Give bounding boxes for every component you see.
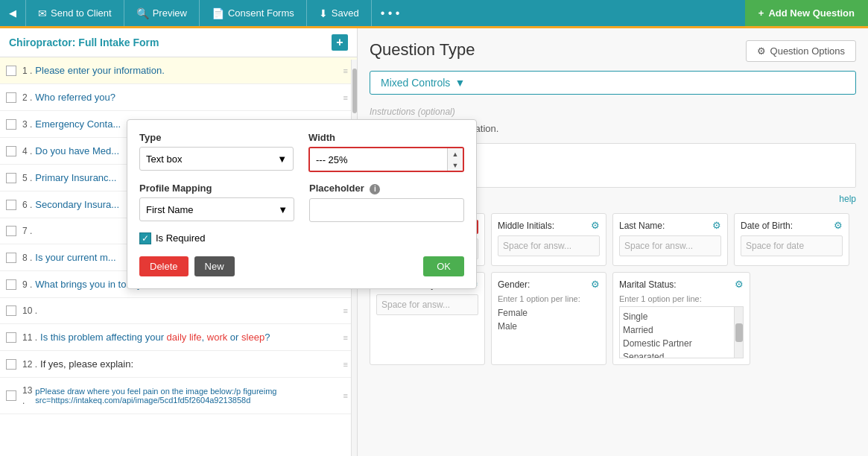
popup-width-label: Width [308, 132, 464, 143]
question-item-2[interactable]: 2 . Who referred you? ≡ [0, 84, 357, 111]
send-to-client-button[interactable]: ✉ Send to Client [26, 0, 124, 26]
back-button[interactable]: ◀ [0, 0, 26, 26]
preview-button[interactable]: 🔍 Preview [124, 0, 199, 26]
add-icon: + [758, 7, 764, 19]
last-name-input[interactable]: Space for answ... [619, 235, 721, 256]
field-gear-dob[interactable]: ⚙ [834, 220, 843, 231]
required-label: Is Required [156, 232, 205, 244]
dob-input[interactable]: Space for date [741, 235, 843, 256]
popup-type-value: Text box [146, 153, 182, 165]
question-item-11[interactable]: 11 . Is this problem affecting your dail… [0, 324, 357, 351]
question-checkbox-1[interactable] [6, 66, 16, 76]
field-header-marital: Marital Status: ⚙ [619, 279, 744, 290]
field-gear-last-name[interactable]: ⚙ [712, 220, 721, 231]
drag-handle-10[interactable]: ≡ [343, 306, 348, 315]
add-section-button[interactable]: + [332, 34, 348, 51]
question-checkbox-4[interactable] [6, 146, 16, 156]
field-card-dob: Date of Birth: ⚙ Space for date [734, 213, 849, 266]
question-item-1[interactable]: 1 . Please enter your information. ≡ [0, 57, 357, 84]
question-checkbox-7[interactable] [6, 226, 16, 236]
marital-option-single: Single [623, 310, 740, 323]
field-header-middle-initials: Middle Initials: ⚙ [498, 220, 600, 231]
info-icon: i [370, 184, 380, 194]
drag-handle-11[interactable]: ≡ [343, 333, 348, 342]
question-text-12: If yes, please explain: [40, 358, 133, 370]
question-checkbox-5[interactable] [6, 173, 16, 183]
popup-type-select[interactable]: Text box ▼ [139, 147, 294, 171]
placeholder-input[interactable] [309, 198, 464, 222]
add-new-question-button[interactable]: + Add New Question [745, 0, 868, 26]
question-checkbox-3[interactable] [6, 119, 16, 130]
question-checkbox-8[interactable] [6, 253, 16, 263]
marital-scroll-thumb [735, 323, 743, 342]
field-card-middle-initials: Middle Initials: ⚙ Space for answ... [491, 213, 606, 266]
form-title: Chiropractor: Full Intake Form [9, 37, 159, 48]
gender-option-female: Female [498, 306, 600, 320]
question-checkbox-9[interactable] [6, 279, 16, 290]
field-label-dob: Date of Birth: [741, 221, 793, 231]
main-layout: Chiropractor: Full Intake Form + 1 . Ple… [0, 28, 868, 456]
drag-handle-13[interactable]: ≡ [343, 391, 348, 400]
drag-handle-12[interactable]: ≡ [343, 360, 348, 369]
question-options-button[interactable]: ⚙ Question Options [746, 40, 856, 62]
field-label-gender: Gender: [498, 279, 530, 290]
saved-icon: ⬇ [319, 7, 328, 19]
form-title-header: Chiropractor: Full Intake Form + [0, 28, 357, 57]
question-text-13: pPlease draw where you feel pain on the … [35, 387, 335, 405]
field-gear-marital[interactable]: ⚙ [735, 279, 744, 290]
width-input-wrapper: ▲ ▼ [308, 147, 464, 172]
field-header-gender: Gender: ⚙ [498, 279, 600, 290]
question-text-8: Is your current m... [35, 252, 115, 263]
mixed-controls-button[interactable]: Mixed Controls ▼ [370, 71, 856, 95]
question-text-5: Primary Insuranc... [35, 172, 116, 183]
question-text-1: Please enter your information. [35, 65, 164, 76]
field-card-gender: Gender: ⚙ Enter 1 option per line: Femal… [491, 272, 606, 365]
ssn-input[interactable]: Space for answ... [376, 294, 478, 315]
ok-button[interactable]: OK [423, 256, 464, 276]
question-checkbox-11[interactable] [6, 332, 16, 343]
checkmark-icon: ✓ [142, 233, 149, 244]
toolbar: ◀ ✉ Send to Client 🔍 Preview 📄 Consent F… [0, 0, 868, 28]
question-checkbox-12[interactable] [6, 359, 16, 370]
consent-forms-button[interactable]: 📄 Consent Forms [200, 0, 306, 26]
question-checkbox-2[interactable] [6, 92, 16, 103]
field-label-last-name: Last Name: [619, 221, 665, 231]
more-options-button[interactable]: • • • [372, 7, 409, 20]
field-header-last-name: Last Name: ⚙ [619, 220, 721, 231]
drag-handle-1[interactable]: ≡ [343, 66, 348, 75]
width-increment-button[interactable]: ▲ [448, 148, 463, 159]
question-number-12: 12 . [22, 359, 37, 370]
width-input[interactable] [310, 148, 447, 171]
popup-type-arrow: ▼ [277, 153, 287, 165]
send-icon: ✉ [38, 7, 47, 19]
question-checkbox-6[interactable] [6, 200, 16, 210]
marital-scrollbar [734, 307, 743, 358]
question-item-10[interactable]: 10 . ≡ [0, 298, 357, 324]
field-label-marital: Marital Status: [619, 279, 677, 290]
question-text-3: Emergency Conta... [35, 118, 121, 130]
saved-button[interactable]: ⬇ Saved [307, 0, 371, 26]
new-button[interactable]: New [194, 256, 235, 276]
question-item-13[interactable]: 13 . pPlease draw where you feel pain on… [0, 378, 357, 414]
question-checkbox-10[interactable] [6, 305, 16, 316]
field-gear-gender[interactable]: ⚙ [591, 279, 600, 290]
question-number-4: 4 . [22, 146, 32, 156]
popup-type-label: Type [139, 132, 294, 143]
width-decrement-button[interactable]: ▼ [448, 159, 463, 171]
marital-list: Single Married Domestic Partner Separate… [620, 307, 743, 358]
middle-initials-input[interactable]: Space for answ... [498, 235, 600, 256]
instructions-label: Instructions (optional) [370, 107, 856, 117]
delete-button[interactable]: Delete [139, 256, 189, 276]
question-number-13: 13 . [22, 385, 32, 406]
question-checkbox-13[interactable] [6, 390, 16, 401]
question-number-7: 7 . [22, 226, 32, 236]
required-checkbox[interactable]: ✓ [139, 232, 151, 244]
question-item-12[interactable]: 12 . If yes, please explain: ≡ [0, 351, 357, 378]
field-settings-popup: Type Text box ▼ Width ▲ ▼ [127, 119, 477, 289]
popup-profile-select[interactable]: First Name ▼ [139, 197, 294, 221]
field-card-marital: Marital Status: ⚙ Enter 1 option per lin… [612, 272, 750, 365]
question-text-2: Who referred you? [35, 92, 115, 103]
drag-handle-2[interactable]: ≡ [343, 93, 348, 102]
gender-prompt: Enter 1 option per line: [498, 294, 600, 303]
field-gear-middle-initials[interactable]: ⚙ [591, 220, 600, 231]
